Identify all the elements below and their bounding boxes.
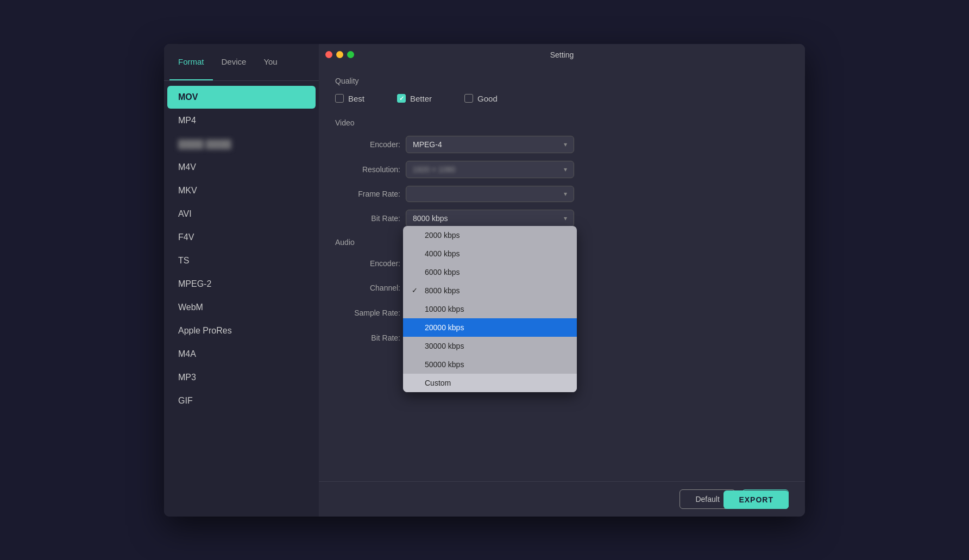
quality-best-text: Best bbox=[348, 94, 364, 103]
bitrate-option-20000[interactable]: 20000 kbps bbox=[403, 318, 577, 337]
quality-best-label[interactable]: Best bbox=[335, 94, 364, 103]
video-bitrate-select[interactable]: 8000 kbps ▾ bbox=[406, 210, 574, 227]
audio-channel-label: Channel: bbox=[335, 284, 400, 292]
quality-section-title: Quality bbox=[335, 77, 789, 85]
bitrate-label-30000: 30000 kbps bbox=[425, 342, 464, 350]
video-section-title: Video bbox=[335, 118, 789, 127]
window-controls bbox=[325, 51, 354, 58]
sidebar-list: MOV MP4 ▓▓▓▓ ▓▓▓▓ M4V MKV AVI F4V TS MPE… bbox=[164, 81, 319, 517]
video-resolution-arrow: ▾ bbox=[564, 166, 567, 173]
video-framerate-arrow: ▾ bbox=[564, 190, 567, 198]
video-encoder-label: Encoder: bbox=[335, 140, 400, 149]
video-resolution-label: Resolution: bbox=[335, 165, 400, 174]
bitrate-option-6000[interactable]: 6000 kbps bbox=[403, 263, 577, 281]
content-area: Quality Best Better Good Video bbox=[319, 66, 805, 481]
sidebar-item-mov[interactable]: MOV bbox=[167, 86, 316, 109]
video-bitrate-arrow: ▾ bbox=[564, 215, 567, 222]
bitrate-label-10000: 10000 kbps bbox=[425, 305, 464, 313]
sidebar-item-appleprores[interactable]: Apple ProRes bbox=[167, 319, 316, 342]
audio-bitrate-label: Bit Rate: bbox=[335, 334, 400, 342]
bitrate-label-20000: 20000 kbps bbox=[425, 323, 464, 332]
video-bitrate-label: Bit Rate: bbox=[335, 214, 400, 223]
sidebar-item-mpeg2[interactable]: MPEG-2 bbox=[167, 273, 316, 295]
tab-format[interactable]: Format bbox=[169, 44, 213, 80]
bitrate-label-50000: 50000 kbps bbox=[425, 360, 464, 369]
tab-device[interactable]: Device bbox=[213, 44, 255, 80]
video-resolution-row: Resolution: 1920 × 1080 ▾ bbox=[335, 161, 789, 178]
bitrate-label-custom: Custom bbox=[425, 379, 451, 387]
bitrate-option-4000[interactable]: 4000 kbps bbox=[403, 244, 577, 263]
bitrate-option-custom[interactable]: Custom bbox=[403, 374, 577, 392]
audio-encoder-label: Encoder: bbox=[335, 259, 400, 268]
bitrate-dropdown: 2000 kbps 4000 kbps 6000 kbps ✓ 8000 kbp… bbox=[403, 226, 577, 392]
bitrate-label-8000: 8000 kbps bbox=[425, 286, 460, 295]
video-encoder-select[interactable]: MPEG-4 ▾ bbox=[406, 136, 574, 153]
audio-samplerate-label: Sample Rate: bbox=[335, 309, 400, 317]
sidebar-item-mp4[interactable]: MP4 bbox=[167, 109, 316, 132]
title-bar: Setting bbox=[319, 44, 805, 66]
minimize-button[interactable] bbox=[336, 51, 343, 58]
bitrate-option-50000[interactable]: 50000 kbps bbox=[403, 355, 577, 374]
sidebar-item-avi[interactable]: AVI bbox=[167, 203, 316, 225]
video-framerate-row: Frame Rate: ▾ bbox=[335, 186, 789, 202]
sidebar-item-mp3[interactable]: MP3 bbox=[167, 366, 316, 389]
quality-better-label[interactable]: Better bbox=[397, 94, 432, 103]
sidebar-item-gif[interactable]: GIF bbox=[167, 389, 316, 412]
quality-good-text: Good bbox=[477, 94, 498, 103]
sidebar-item-f4v[interactable]: F4V bbox=[167, 226, 316, 249]
window-title: Setting bbox=[550, 51, 574, 59]
bitrate-label-2000: 2000 kbps bbox=[425, 231, 460, 240]
video-section: Video Encoder: MPEG-4 ▾ Resolution: 1920… bbox=[335, 118, 789, 227]
bitrate-option-2000[interactable]: 2000 kbps bbox=[403, 226, 577, 244]
bitrate-option-10000[interactable]: 10000 kbps bbox=[403, 300, 577, 318]
video-resolution-value: 1920 × 1080 bbox=[413, 165, 455, 174]
app-window: Format Device You MOV MP4 ▓▓▓▓ ▓▓▓▓ M4V … bbox=[164, 44, 805, 517]
sidebar-item-ts[interactable]: TS bbox=[167, 249, 316, 272]
sidebar-item-mkv[interactable]: MKV bbox=[167, 179, 316, 202]
bitrate-option-30000[interactable]: 30000 kbps bbox=[403, 337, 577, 355]
quality-better-text: Better bbox=[410, 94, 432, 103]
bitrate-label-4000: 4000 kbps bbox=[425, 249, 460, 258]
bitrate-label-6000: 6000 kbps bbox=[425, 268, 460, 276]
main-panel: Setting Quality Best Better Good bbox=[319, 44, 805, 517]
sidebar-item-webm[interactable]: WebM bbox=[167, 296, 316, 319]
quality-good-checkbox[interactable] bbox=[464, 94, 473, 103]
video-bitrate-value: 8000 kbps bbox=[413, 214, 448, 223]
quality-good-label[interactable]: Good bbox=[464, 94, 498, 103]
sidebar-item-blurred: ▓▓▓▓ ▓▓▓▓ bbox=[167, 133, 316, 155]
sidebar-item-m4a[interactable]: M4A bbox=[167, 343, 316, 366]
export-button[interactable]: EXPORT bbox=[723, 490, 789, 509]
video-encoder-arrow: ▾ bbox=[564, 141, 567, 148]
sidebar-item-m4v[interactable]: M4V bbox=[167, 156, 316, 179]
bitrate-check-8000: ✓ bbox=[412, 286, 420, 294]
sidebar-tabs: Format Device You bbox=[164, 44, 319, 81]
video-encoder-value: MPEG-4 bbox=[413, 140, 442, 149]
quality-better-checkbox[interactable] bbox=[397, 94, 406, 103]
maximize-button[interactable] bbox=[347, 51, 354, 58]
video-resolution-select[interactable]: 1920 × 1080 ▾ bbox=[406, 161, 574, 178]
video-bitrate-row: Bit Rate: 8000 kbps ▾ bbox=[335, 210, 789, 227]
tab-you[interactable]: You bbox=[255, 44, 286, 80]
video-encoder-row: Encoder: MPEG-4 ▾ bbox=[335, 136, 789, 153]
video-framerate-label: Frame Rate: bbox=[335, 190, 400, 198]
quality-row: Best Better Good bbox=[335, 94, 789, 103]
sidebar: Format Device You MOV MP4 ▓▓▓▓ ▓▓▓▓ M4V … bbox=[164, 44, 319, 517]
video-framerate-select[interactable]: ▾ bbox=[406, 186, 574, 202]
quality-best-checkbox[interactable] bbox=[335, 94, 344, 103]
bitrate-option-8000[interactable]: ✓ 8000 kbps bbox=[403, 281, 577, 300]
close-button[interactable] bbox=[325, 51, 332, 58]
